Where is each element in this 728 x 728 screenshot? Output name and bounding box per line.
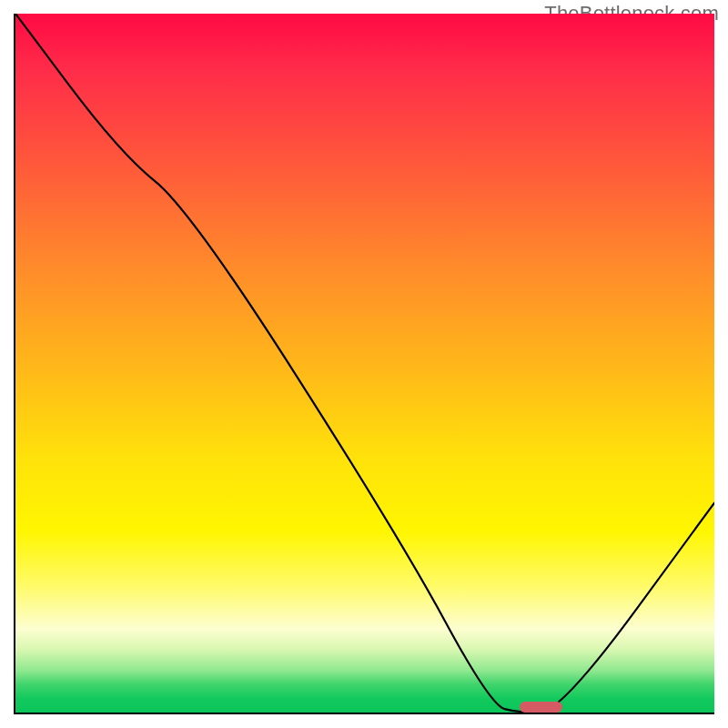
plot-area: [14, 14, 714, 714]
optimal-point-marker: [520, 702, 561, 713]
bottleneck-curve-path: [15, 14, 714, 713]
chart-wrapper: TheBottleneck.com: [0, 0, 728, 728]
bottleneck-curve-svg: [15, 14, 714, 713]
